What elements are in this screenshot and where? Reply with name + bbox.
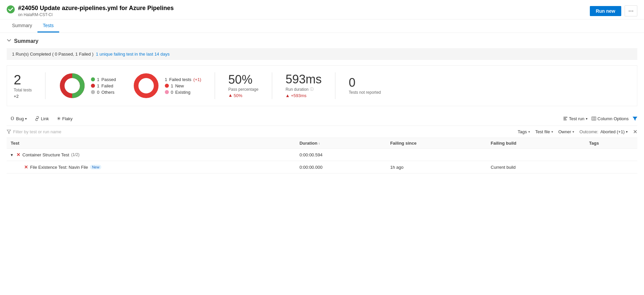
filter-right: Tags ▾ Test file ▾ Owner ▾ Outcome: Abor… [518, 129, 637, 135]
tab-summary[interactable]: Summary [7, 19, 37, 32]
info-icon: ⓘ [310, 87, 314, 92]
tests-table: Test Duration ↓ Failing since Failing bu… [7, 138, 637, 173]
donut-chart-failed-breakdown [133, 72, 159, 99]
not-reported-block: 0 Tests not reported [349, 77, 381, 95]
divider-2 [215, 72, 215, 99]
owner-chevron-icon: ▾ [572, 130, 574, 134]
failed-tests-donut: 1 Failed tests (+1) 1 New 0 Existing [133, 72, 201, 99]
pass-pct-value: 50% [228, 74, 258, 86]
svg-rect-13 [563, 120, 567, 120]
outcome-label: Outcome: [579, 129, 598, 134]
header: #24050 Update azure-pipelines.yml for Az… [0, 0, 644, 19]
close-filter-button[interactable]: ✕ [633, 129, 637, 135]
tags-cell [585, 149, 637, 161]
duration-cell: 0:00:00.594 [296, 149, 386, 161]
test-file-filter[interactable]: Test file ▾ [535, 129, 553, 134]
outcome-filter: Outcome: Aborted (+1) ▾ [579, 129, 628, 134]
table-row: ▾ ✕ Container Structure Test (1/2) 0:00:… [7, 149, 637, 161]
expand-icon[interactable]: ▾ [11, 152, 13, 157]
more-options-button[interactable]: ⋯ [625, 5, 637, 16]
divider-4 [335, 72, 335, 99]
main-content: Summary 1 Run(s) Completed ( 0 Passed, 1… [0, 33, 644, 179]
table-header: Test Duration ↓ Failing since Failing bu… [7, 138, 637, 149]
total-tests-label: Total tests [14, 88, 32, 92]
pass-pct-delta: 50% [228, 93, 258, 98]
banner-text: 1 Run(s) Completed ( 0 Passed, 1 Failed … [12, 52, 95, 57]
page-title: #24050 Update azure-pipelines.yml for Az… [18, 5, 174, 12]
test-run-button[interactable]: Test run ▾ [563, 116, 587, 121]
test-fraction: (1/2) [71, 152, 80, 157]
existing-label: Existing [175, 90, 191, 95]
new-fail-dot [165, 84, 169, 88]
subrow-failed-icon: ✕ [24, 164, 28, 170]
duration-label: Run duration ⓘ [286, 87, 322, 92]
donut-chart-passed-failed [59, 72, 86, 99]
passed-label: Passed [101, 77, 116, 82]
test-name-label: Container Structure Test [22, 152, 69, 157]
table-body: ▾ ✕ Container Structure Test (1/2) 0:00:… [7, 149, 637, 173]
bug-button[interactable]: Bug ▾ [7, 115, 30, 123]
svg-point-3 [65, 78, 80, 93]
filter-bar-icon [7, 130, 11, 134]
table-row: ✕ File Existence Test: Navin File New 0:… [7, 161, 637, 173]
stats-card: 2 Total tests +2 1 Passed [7, 65, 637, 106]
new-count: 1 [171, 83, 173, 88]
column-options-icon [592, 116, 596, 121]
filter-input[interactable]: Filter by test or run name [13, 129, 62, 134]
duration-value: 593ms [286, 73, 322, 85]
failed-tests-label: Failed tests [169, 77, 191, 82]
test-run-chevron: ▾ [586, 117, 587, 121]
svg-point-5 [139, 78, 153, 93]
run-new-button[interactable]: Run new [590, 6, 621, 16]
sub-failing-since-cell: 1h ago [386, 161, 487, 173]
outcome-value[interactable]: Aborted (+1) ▾ [600, 129, 628, 134]
sub-test-name-label: File Existence Test: Navin File [30, 165, 88, 170]
column-options-button[interactable]: Column Options [592, 116, 629, 121]
banner-link[interactable]: 1 unique failing test in the last 14 day… [96, 52, 170, 57]
pass-pct-label: Pass percentage [228, 87, 258, 92]
svg-point-0 [7, 5, 15, 13]
filter-bar: Filter by test or run name Tags ▾ Test f… [7, 126, 637, 138]
toolbar: Bug ▾ Link ✳ Flaky Test run ▾ Column Opt… [7, 112, 637, 126]
tab-tests[interactable]: Tests [37, 19, 59, 32]
legend-passed: 1 Passed [91, 77, 116, 82]
legend-existing-fail: 0 Existing [165, 90, 201, 95]
passed-count: 1 [97, 77, 99, 82]
failed-breakdown-legend: 1 Failed tests (+1) 1 New 0 Existing [165, 77, 201, 95]
summary-banner: 1 Run(s) Completed ( 0 Passed, 1 Failed … [7, 48, 637, 60]
row-failed-icon: ✕ [16, 152, 20, 157]
failed-label: Failed [101, 83, 113, 88]
filter-button[interactable] [633, 116, 637, 121]
link-button[interactable]: Link [31, 115, 52, 123]
sort-arrow-icon: ↓ [318, 141, 320, 145]
link-icon [35, 116, 39, 121]
test-cell: ▾ ✕ Container Structure Test (1/2) [7, 149, 296, 161]
pass-percentage-block: 50% Pass percentage 50% [228, 74, 258, 98]
not-reported-label: Tests not reported [349, 90, 381, 95]
header-subtitle: on HalaRM-CST-CI [18, 12, 174, 17]
header-title: #24050 Update azure-pipelines.yml for Az… [18, 5, 174, 17]
passed-failed-legend: 1 Passed 1 Failed 0 Others [91, 77, 116, 95]
collapse-icon [7, 38, 11, 44]
failed-count: 1 [97, 83, 99, 88]
svg-rect-12 [563, 118, 566, 119]
legend-failed: 1 Failed [91, 83, 116, 88]
sub-test-cell: ✕ File Existence Test: Navin File New [7, 161, 296, 173]
tags-filter[interactable]: Tags ▾ [518, 129, 530, 134]
summary-section-header[interactable]: Summary [7, 38, 637, 44]
failing-since-cell [386, 149, 487, 161]
filter-left: Filter by test or run name [7, 129, 62, 134]
owner-filter[interactable]: Owner ▾ [558, 129, 574, 134]
toolbar-left: Bug ▾ Link ✳ Flaky [7, 114, 76, 123]
legend-others: 0 Others [91, 90, 116, 95]
not-reported-value: 0 [349, 77, 381, 89]
section-title: Summary [14, 38, 38, 44]
failed-tests-delta: (+1) [193, 77, 201, 82]
test-run-icon [563, 116, 568, 121]
total-tests-block: 2 Total tests +2 [14, 73, 32, 99]
flaky-button[interactable]: ✳ Flaky [53, 114, 76, 123]
divider-1 [45, 72, 45, 99]
col-duration[interactable]: Duration ↓ [296, 138, 386, 149]
bug-icon [10, 116, 15, 121]
bug-chevron-icon: ▾ [25, 117, 27, 121]
